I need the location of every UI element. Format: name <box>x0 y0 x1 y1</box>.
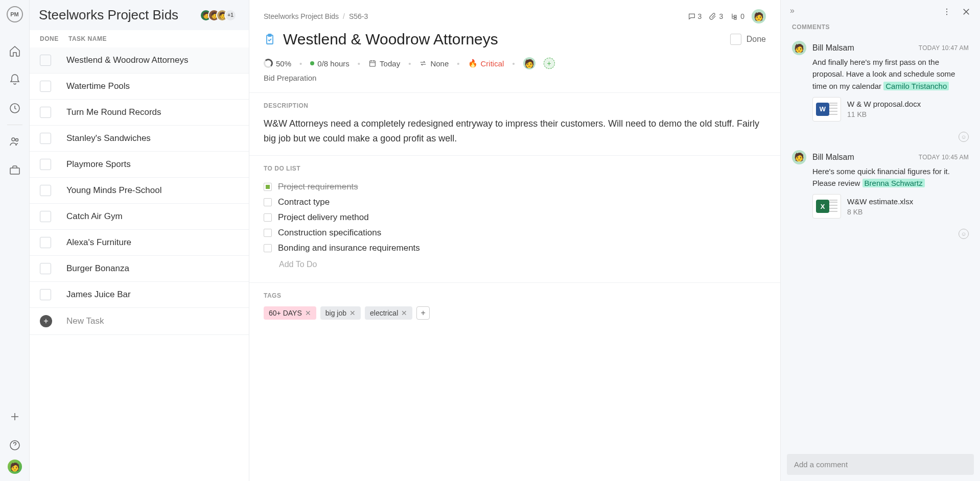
tag-remove-icon[interactable]: ✕ <box>401 309 407 317</box>
portfolio-icon[interactable] <box>9 164 21 176</box>
add-todo-button[interactable]: Add To Do <box>279 256 766 273</box>
todo-item[interactable]: Construction specifications <box>264 225 766 240</box>
tag[interactable]: electrical✕ <box>365 306 412 320</box>
todo-checkbox[interactable] <box>264 183 272 191</box>
task-row[interactable]: Playmore Sports <box>30 152 249 178</box>
tag-remove-icon[interactable]: ✕ <box>305 309 311 317</box>
subtask-count[interactable]: 0 <box>730 12 744 20</box>
task-row[interactable]: Stanley's Sandwiches <box>30 126 249 152</box>
task-name: Turn Me Round Records <box>66 107 161 117</box>
comment-count[interactable]: 3 <box>688 12 702 20</box>
assignee-avatar[interactable]: 🧑 <box>752 9 766 23</box>
add-tag-button[interactable]: + <box>416 306 430 320</box>
todo-checkbox[interactable] <box>264 229 272 237</box>
tag-remove-icon[interactable]: ✕ <box>349 309 356 317</box>
file-name: W&W estimate.xlsx <box>847 197 913 206</box>
priority-chip[interactable]: 🔥Critical <box>468 59 504 68</box>
help-icon[interactable] <box>9 439 21 451</box>
todo-item[interactable]: Contract type <box>264 195 766 210</box>
task-row[interactable]: James Juice Bar <box>30 282 249 308</box>
column-headers: DONE TASK NAME <box>30 30 249 47</box>
task-row[interactable]: Young Minds Pre-School <box>30 178 249 204</box>
task-row[interactable]: Alexa's Furniture <box>30 230 249 256</box>
mention[interactable]: Brenna Schwartz <box>862 179 925 187</box>
done-toggle[interactable]: Done <box>730 34 766 45</box>
tag-text: electrical <box>370 309 398 317</box>
todo-checkbox[interactable] <box>264 213 272 222</box>
new-task-row[interactable]: +New Task <box>30 308 249 335</box>
task-row[interactable]: Catch Air Gym <box>30 204 249 230</box>
tags-section: TAGS 60+ DAYS✕big job✕electrical✕+ <box>249 282 780 329</box>
comment-avatar[interactable]: 🧑 <box>792 41 806 55</box>
add-comment-input[interactable]: Add a comment <box>787 454 974 475</box>
done-checkbox[interactable] <box>730 34 741 45</box>
attachment[interactable]: X W&W estimate.xlsx 8 KB <box>812 194 969 219</box>
task-name: Burger Bonanza <box>66 263 129 274</box>
tags-label: TAGS <box>264 292 766 299</box>
todo-item[interactable]: Project requirements <box>264 179 766 195</box>
comment-time: TODAY 10:47 AM <box>919 44 969 52</box>
task-checkbox[interactable] <box>40 263 51 274</box>
description-text[interactable]: W&W Attorneys need a completely redesign… <box>264 116 766 146</box>
breadcrumb-task-id[interactable]: S56-3 <box>349 12 368 20</box>
task-checkbox[interactable] <box>40 81 51 92</box>
due-chip[interactable]: Today <box>368 59 400 68</box>
comment-author: Bill Malsam <box>812 43 913 53</box>
comment-avatar[interactable]: 🧑 <box>792 150 806 164</box>
app-logo[interactable]: PM <box>7 6 23 22</box>
tag-text: big job <box>325 309 346 317</box>
collaborator-stack[interactable]: 🧑 🧑 🧑 +1 <box>204 9 237 21</box>
task-title[interactable]: Westlend & Woodrow Attorneys <box>283 31 723 48</box>
task-row[interactable]: Watertime Pools <box>30 74 249 100</box>
home-icon[interactable] <box>9 45 21 57</box>
breadcrumb-project[interactable]: Steelworks Project Bids <box>264 12 339 20</box>
file-icon: X <box>812 194 841 219</box>
react-icon[interactable]: ☺ <box>959 229 969 239</box>
task-checkbox[interactable] <box>40 237 51 248</box>
comment-body: Here's some quick financial figures for … <box>812 165 969 189</box>
task-row[interactable]: Turn Me Round Records <box>30 100 249 126</box>
todo-section: TO DO LIST Project requirementsContract … <box>249 155 780 282</box>
recent-icon[interactable] <box>9 102 21 114</box>
task-checkbox[interactable] <box>40 133 51 144</box>
attachment-count[interactable]: 3 <box>709 12 723 20</box>
task-row[interactable]: Westlend & Woodrow Attorneys <box>30 47 249 74</box>
notifications-icon[interactable] <box>9 74 21 86</box>
team-icon[interactable] <box>9 135 21 148</box>
task-checkbox[interactable] <box>40 55 51 66</box>
file-size: 8 KB <box>847 208 913 216</box>
user-avatar[interactable]: 🧑 <box>8 460 22 474</box>
svg-point-1 <box>12 138 15 141</box>
tag[interactable]: 60+ DAYS✕ <box>264 306 316 320</box>
attachment[interactable]: W W & W proposal.docx 11 KB <box>812 97 969 122</box>
more-collaborators[interactable]: +1 <box>224 9 237 21</box>
clipboard-icon <box>264 33 276 45</box>
add-task-icon[interactable]: + <box>40 315 52 327</box>
todo-text: Construction specifications <box>278 228 381 238</box>
fire-icon: 🔥 <box>468 59 478 68</box>
more-menu-icon[interactable] <box>942 7 951 16</box>
todo-checkbox[interactable] <box>264 198 272 206</box>
tag[interactable]: big job✕ <box>320 306 361 320</box>
todo-item[interactable]: Project delivery method <box>264 210 766 225</box>
task-checkbox[interactable] <box>40 289 51 300</box>
add-assignee-button[interactable]: + <box>544 58 555 69</box>
chip-assignee-avatar[interactable]: 🧑 <box>523 57 535 69</box>
todo-checkbox[interactable] <box>264 244 272 252</box>
task-checkbox[interactable] <box>40 159 51 170</box>
mention[interactable]: Camilo Tristancho <box>883 82 949 90</box>
task-list-name[interactable]: Bid Preparation <box>249 69 780 92</box>
project-title: Steelworks Project Bids <box>39 7 204 23</box>
repeat-chip[interactable]: None <box>419 59 449 68</box>
task-checkbox[interactable] <box>40 185 51 196</box>
task-checkbox[interactable] <box>40 211 51 222</box>
progress-chip[interactable]: 50% <box>264 59 291 68</box>
progress-ring-icon <box>264 59 273 68</box>
todo-item[interactable]: Bonding and insurance requirements <box>264 240 766 256</box>
task-row[interactable]: Burger Bonanza <box>30 256 249 282</box>
add-icon[interactable] <box>9 411 21 423</box>
react-icon[interactable]: ☺ <box>959 132 969 142</box>
close-icon[interactable] <box>962 7 971 16</box>
hours-chip[interactable]: 0/8 hours <box>310 59 349 68</box>
task-checkbox[interactable] <box>40 107 51 118</box>
